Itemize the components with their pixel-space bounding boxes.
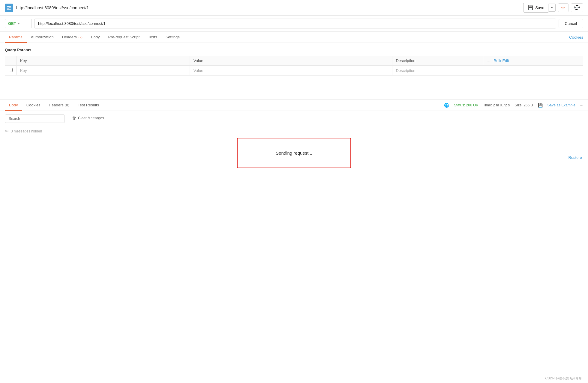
bulk-dots-icon: ··· <box>487 58 490 63</box>
tab-authorization-label: Authorization <box>31 35 54 39</box>
svg-rect-2 <box>9 7 11 8</box>
save-icon: 💾 <box>538 103 543 108</box>
sending-box: Sending request... <box>237 138 351 168</box>
time-text: Time: 2 m 0.72 s <box>483 103 510 107</box>
response-tab-body[interactable]: Body <box>5 100 22 111</box>
save-label: Save <box>535 5 544 10</box>
save-as-example-link[interactable]: Save as Example <box>548 103 575 107</box>
url-input[interactable] <box>34 19 556 28</box>
tab-prerequest[interactable]: Pre-request Script <box>104 32 144 43</box>
col-bulk-edit: ··· Bulk Edit <box>483 56 583 66</box>
request-tabs: Params Authorization Headers (7) Body Pr… <box>0 32 588 43</box>
trash-icon: 🗑 <box>72 116 76 120</box>
save-area: 💾 Save ▾ <box>523 3 556 13</box>
url-bar-section: GET ▾ Cancel <box>0 16 588 32</box>
col-key-header: Key <box>16 56 190 66</box>
edit-icon-button[interactable]: ✏ <box>558 3 568 12</box>
chevron-down-icon: ▾ <box>551 6 553 9</box>
tab-settings[interactable]: Settings <box>161 32 184 43</box>
method-label: GET <box>8 21 16 26</box>
response-tab-cookies-label: Cookies <box>26 103 40 107</box>
comment-icon-button[interactable]: 💬 <box>571 3 583 12</box>
eye-hidden-icon: 👁 <box>5 129 9 134</box>
svg-rect-3 <box>7 8 9 9</box>
response-search-input[interactable] <box>5 114 65 123</box>
row-actions <box>483 66 583 76</box>
restore-button[interactable]: Restore <box>568 155 582 160</box>
top-bar: http://localhost:8080/test/sse/connect/1… <box>0 0 588 16</box>
response-tabs: Body Cookies Headers (8) Test Results 🌐 … <box>0 100 588 111</box>
tab-authorization[interactable]: Authorization <box>27 32 58 43</box>
sending-request-text: Sending request... <box>276 150 312 156</box>
row-key-cell[interactable]: Key <box>16 66 190 76</box>
value-placeholder: Value <box>194 68 203 73</box>
svg-rect-0 <box>7 6 9 7</box>
svg-rect-1 <box>9 6 11 7</box>
response-tab-body-label: Body <box>9 103 18 107</box>
hidden-messages-row: 👁 3 messages hidden <box>0 126 588 136</box>
row-desc-cell[interactable]: Description <box>392 66 483 76</box>
response-tab-test-results[interactable]: Test Results <box>74 100 103 111</box>
method-select[interactable]: GET ▾ <box>5 19 32 28</box>
col-desc-header: Description <box>392 56 483 66</box>
tab-params[interactable]: Params <box>5 32 27 43</box>
key-placeholder: Key <box>20 68 27 73</box>
chevron-down-icon: ▾ <box>18 22 20 25</box>
svg-rect-4 <box>7 9 11 10</box>
desc-placeholder: Description <box>396 68 416 73</box>
app-icon <box>5 4 13 12</box>
tab-headers[interactable]: Headers (7) <box>58 32 87 43</box>
tab-prerequest-label: Pre-request Script <box>108 35 140 39</box>
pencil-icon: ✏ <box>561 5 565 10</box>
tab-headers-badge: (7) <box>78 35 82 39</box>
row-checkbox-input[interactable] <box>9 68 13 72</box>
globe-icon: 🌐 <box>444 103 449 108</box>
response-tab-headers-label: Headers (8) <box>49 103 70 107</box>
tab-body[interactable]: Body <box>87 32 104 43</box>
response-body-area: 🗑 Clear Messages <box>0 111 588 126</box>
cancel-button[interactable]: Cancel <box>559 19 583 28</box>
response-tab-test-results-label: Test Results <box>78 103 99 107</box>
size-text: Size: 265 B <box>514 103 533 107</box>
row-checkbox[interactable] <box>5 66 16 76</box>
save-button[interactable]: 💾 Save <box>523 3 548 13</box>
top-bar-left: http://localhost:8080/test/sse/connect/1 <box>5 4 89 12</box>
save-floppy-icon: 💾 <box>528 5 533 10</box>
footer-text: CSDN @谁不想飞翔青希 <box>545 376 582 380</box>
table-row: Key Value Description <box>5 66 583 76</box>
response-status-bar: 🌐 Status: 200 OK Time: 2 m 0.72 s Size: … <box>444 103 583 108</box>
tab-settings-label: Settings <box>166 35 180 39</box>
clear-messages-label: Clear Messages <box>78 116 104 120</box>
bulk-edit-link[interactable]: Bulk Edit <box>494 58 509 63</box>
comment-icon: 💬 <box>574 5 580 10</box>
tab-body-label: Body <box>91 35 100 39</box>
response-tab-cookies[interactable]: Cookies <box>22 100 45 111</box>
top-bar-right: 💾 Save ▾ ✏ 💬 <box>523 3 583 13</box>
row-value-cell[interactable]: Value <box>190 66 392 76</box>
tab-tests[interactable]: Tests <box>144 32 161 43</box>
tab-headers-label: Headers <box>62 35 77 39</box>
col-value-header: Value <box>190 56 392 66</box>
sending-overlay-container: Sending request... <box>237 138 351 168</box>
save-dropdown-button[interactable]: ▾ <box>548 4 556 12</box>
params-section: Query Params Key Value Description ··· B… <box>0 43 588 76</box>
footer: CSDN @谁不想飞翔青希 <box>545 376 582 381</box>
response-more-button[interactable]: ··· <box>580 103 583 107</box>
tab-tests-label: Tests <box>148 35 157 39</box>
tab-params-label: Params <box>9 35 22 39</box>
hidden-messages-text: 3 messages hidden <box>11 129 42 133</box>
clear-messages-button[interactable]: 🗑 Clear Messages <box>70 114 106 122</box>
params-table: Key Value Description ··· Bulk Edit Key … <box>5 56 583 76</box>
response-tab-headers[interactable]: Headers (8) <box>45 100 74 111</box>
window-url-title: http://localhost:8080/test/sse/connect/1 <box>16 5 89 10</box>
params-title: Query Params <box>5 48 583 52</box>
status-text: Status: 200 OK <box>454 103 478 107</box>
cookies-link[interactable]: Cookies <box>569 35 583 40</box>
col-checkbox-header <box>5 56 16 66</box>
